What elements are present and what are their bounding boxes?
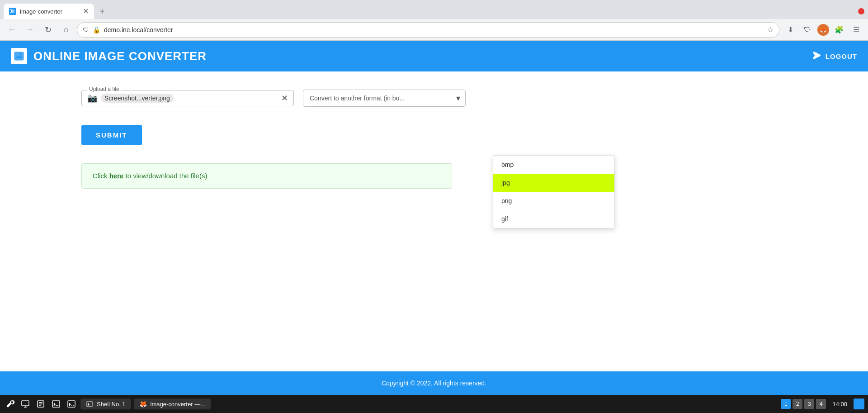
- menu-button[interactable]: ☰: [849, 23, 863, 37]
- url-text: demo.ine.local/converter: [104, 26, 764, 33]
- taskbar-icon-wrench[interactable]: [4, 398, 16, 410]
- taskbar-left: Shell No. 1 🦊 image-converter —...: [4, 398, 211, 410]
- taskbar-shell-app[interactable]: Shell No. 1: [80, 399, 131, 409]
- bookmark-icon[interactable]: ☆: [767, 25, 774, 34]
- taskbar-browser-app[interactable]: 🦊 image-converter —...: [134, 399, 211, 409]
- dropdown-item-gif[interactable]: gif: [493, 210, 614, 228]
- app-header: ONLINE IMAGE CONVERTER ⮞ LOGOUT: [0, 41, 868, 71]
- dropdown-item-bmp[interactable]: bmp: [493, 156, 614, 174]
- workspace-4[interactable]: 4: [816, 399, 826, 409]
- taskbar: Shell No. 1 🦊 image-converter —... 1 2 3…: [0, 395, 868, 413]
- taskbar-time: 14:00: [829, 401, 851, 408]
- submit-button[interactable]: SUBMIT: [81, 125, 142, 145]
- camera-icon: 📷: [87, 93, 97, 103]
- taskbar-browser-label: image-converter —...: [151, 401, 205, 408]
- new-tab-button[interactable]: +: [96, 5, 108, 19]
- download-prefix: Click: [93, 172, 109, 180]
- back-button[interactable]: ←: [5, 23, 19, 37]
- forward-button[interactable]: →: [23, 23, 37, 37]
- extensions-button[interactable]: 🧩: [832, 23, 846, 37]
- home-button[interactable]: ⌂: [59, 23, 73, 37]
- workspace-3[interactable]: 3: [804, 399, 814, 409]
- maximize-button[interactable]: [850, 8, 856, 14]
- dropdown-item-png[interactable]: png: [493, 192, 614, 210]
- taskbar-shell-label: Shell No. 1: [97, 401, 126, 408]
- security-icon: 🛡: [83, 26, 89, 33]
- app-title: ONLINE IMAGE CONVERTER: [33, 49, 207, 63]
- svg-rect-3: [22, 401, 29, 406]
- tab-favicon: [9, 8, 16, 15]
- workspace-1[interactable]: 1: [781, 399, 791, 409]
- upload-row: Upload a file 📷 Screenshot...verter.png …: [81, 90, 787, 107]
- download-text: Click here to view/download the file(s): [93, 172, 207, 180]
- upload-field[interactable]: Upload a file 📷 Screenshot...verter.png …: [81, 90, 294, 106]
- taskbar-icon-terminal[interactable]: [50, 398, 62, 410]
- profile-avatar[interactable]: 🦊: [817, 24, 829, 36]
- tab-title: image-converter: [20, 8, 79, 15]
- tab-close-button[interactable]: ✕: [83, 8, 89, 15]
- dropdown-item-jpg[interactable]: jpg: [493, 174, 614, 192]
- window-controls: [842, 8, 864, 14]
- workspace-2[interactable]: 2: [793, 399, 802, 409]
- main-content: Upload a file 📷 Screenshot...verter.png …: [0, 71, 868, 371]
- download-link[interactable]: here: [109, 172, 124, 180]
- upload-field-label: Upload a file: [87, 86, 121, 92]
- browser-tab[interactable]: image-converter ✕: [4, 4, 94, 19]
- download-button[interactable]: ⬇: [783, 23, 797, 37]
- close-button[interactable]: [858, 8, 864, 14]
- taskbar-icon-monitor[interactable]: [19, 398, 32, 410]
- logout-button[interactable]: ⮞ LOGOUT: [812, 51, 857, 62]
- tab-bar: image-converter ✕ +: [0, 0, 868, 19]
- logout-label: LOGOUT: [826, 52, 857, 60]
- browser-chrome: image-converter ✕ + ← → ↻ ⌂ 🛡 🔒 demo.ine…: [0, 0, 868, 41]
- address-bar[interactable]: 🛡 🔒 demo.ine.local/converter ☆: [77, 22, 779, 38]
- taskbar-icon-editor[interactable]: [34, 398, 47, 410]
- logout-icon: ⮞: [812, 51, 822, 62]
- browser-actions: ⬇ 🛡 🦊 🧩 ☰: [783, 23, 863, 37]
- format-dropdown-menu: bmp jpg png gif: [493, 155, 615, 228]
- firefox-icon: 🦊: [139, 400, 147, 408]
- svg-rect-1: [14, 52, 24, 60]
- download-area: Click here to view/download the file(s): [81, 163, 452, 189]
- svg-rect-5: [52, 401, 60, 407]
- taskbar-end-button[interactable]: [854, 399, 864, 409]
- logo-icon: [11, 48, 27, 64]
- upload-filename: Screenshot...verter.png: [101, 94, 174, 103]
- browser-toolbar: ← → ↻ ⌂ 🛡 🔒 demo.ine.local/converter ☆ ⬇…: [0, 19, 868, 41]
- submit-wrapper: SUBMIT: [81, 107, 787, 145]
- app-logo: ONLINE IMAGE CONVERTER: [11, 48, 207, 64]
- clear-file-button[interactable]: ✕: [281, 93, 288, 103]
- workspace-switcher: 1 2 3 4: [781, 399, 826, 409]
- taskbar-right: 1 2 3 4 14:00: [781, 399, 864, 409]
- svg-rect-7: [87, 401, 92, 407]
- shield-icon: 🔒: [93, 26, 100, 33]
- format-select[interactable]: Convert to another format (in bu... bmp …: [303, 90, 466, 107]
- minimize-button[interactable]: [842, 8, 848, 14]
- download-suffix: to view/download the file(s): [123, 172, 207, 180]
- format-select-wrapper: Convert to another format (in bu... bmp …: [303, 90, 466, 107]
- reload-button[interactable]: ↻: [41, 23, 55, 37]
- svg-rect-6: [68, 401, 75, 407]
- app-footer: Copyright © 2022. All rights reserved.: [0, 371, 868, 395]
- shield-button[interactable]: 🛡: [800, 23, 815, 37]
- svg-point-2: [19, 53, 21, 55]
- taskbar-icon-terminal2[interactable]: [65, 398, 78, 410]
- footer-copyright: Copyright © 2022. All rights reserved.: [382, 380, 486, 387]
